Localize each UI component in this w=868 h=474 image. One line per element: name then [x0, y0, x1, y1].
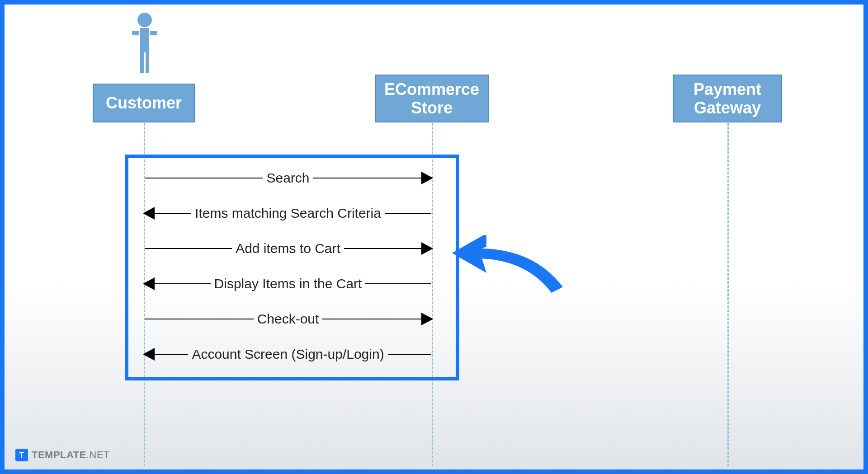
- message-right: Add items to Cart: [145, 242, 431, 255]
- watermark-logo-icon: T: [15, 449, 28, 461]
- message-line: [344, 248, 431, 249]
- svg-rect-5: [146, 52, 149, 73]
- message-label: Account Screen (Sign-up/Login): [188, 347, 387, 362]
- watermark-text: TEMPLATE.NET: [32, 449, 110, 461]
- arrowhead-right-icon: [421, 242, 433, 255]
- participant-gateway-label-1: Payment: [693, 80, 761, 99]
- svg-rect-1: [140, 28, 149, 52]
- message-line: [145, 319, 254, 319]
- svg-rect-4: [140, 52, 144, 73]
- message-label: Items matching Search Criteria: [191, 206, 385, 221]
- diagram-frame: Customer ECommerce Store Payment Gateway…: [0, 0, 868, 474]
- participant-customer: Customer: [93, 84, 195, 122]
- message-line: [322, 319, 431, 319]
- message-label: Add items to Cart: [232, 241, 344, 256]
- actor-icon: [131, 13, 158, 76]
- arrowhead-left-icon: [143, 207, 155, 220]
- participant-gateway: Payment Gateway: [673, 75, 782, 122]
- svg-point-0: [137, 13, 152, 27]
- message-label: Check-out: [254, 311, 323, 327]
- arrowhead-right-icon: [421, 313, 433, 325]
- watermark-ext: .NET: [86, 449, 110, 460]
- watermark: T TEMPLATE.NET: [15, 449, 110, 461]
- message-right: Check-out: [145, 313, 431, 325]
- arrowhead-left-icon: [143, 348, 155, 361]
- message-line: [313, 178, 431, 178]
- message-label: Display Items in the Cart: [211, 276, 366, 291]
- svg-rect-2: [132, 31, 139, 35]
- callout-arrow-icon: [452, 235, 570, 298]
- arrowhead-right-icon: [421, 172, 433, 184]
- participant-customer-label: Customer: [106, 94, 182, 112]
- participant-store-label-1: ECommerce: [384, 80, 479, 99]
- lifeline-gateway: [727, 123, 729, 466]
- message-line: [365, 283, 431, 284]
- participant-store: ECommerce Store: [375, 75, 489, 122]
- svg-marker-7: [452, 235, 486, 273]
- sequence-diagram: Customer ECommerce Store Payment Gateway…: [5, 5, 863, 469]
- participant-store-label-2: Store: [384, 99, 479, 117]
- participant-gateway-label-2: Gateway: [693, 99, 761, 117]
- message-line: [145, 178, 263, 178]
- message-line: [388, 354, 431, 355]
- message-line: [385, 213, 431, 214]
- message-left: Account Screen (Sign-up/Login): [145, 348, 431, 361]
- arrowhead-left-icon: [143, 277, 155, 290]
- message-left: Items matching Search Criteria: [145, 207, 431, 220]
- svg-rect-3: [150, 31, 157, 35]
- message-left: Display Items in the Cart: [145, 277, 431, 290]
- message-label: Search: [263, 170, 313, 186]
- message-right: Search: [145, 172, 431, 184]
- watermark-brand: TEMPLATE: [32, 449, 86, 460]
- watermark-logo-letter: T: [19, 451, 24, 460]
- message-line: [145, 248, 232, 249]
